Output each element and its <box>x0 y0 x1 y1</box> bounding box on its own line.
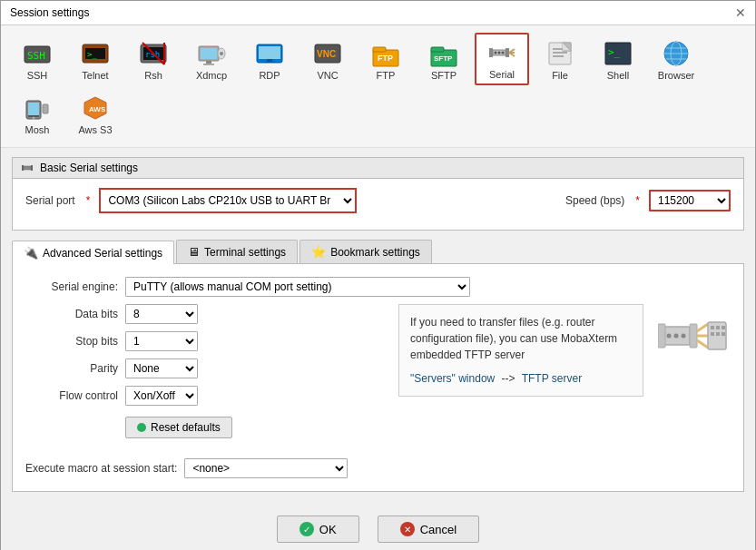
svg-rect-40 <box>553 52 567 54</box>
close-button[interactable]: ✕ <box>735 6 746 19</box>
settings-tabs: 🔌 Advanced Serial settings 🖥 Terminal se… <box>12 240 744 264</box>
svg-rect-29 <box>489 48 493 57</box>
session-icon-shell[interactable]: >_ Shell <box>591 34 645 85</box>
rdp-icon <box>255 39 284 68</box>
adv-right <box>658 304 731 368</box>
main-content: Basic Serial settings Serial port * COM3… <box>1 148 755 501</box>
flowcontrol-select[interactable]: Xon/Xoff <box>125 386 198 406</box>
session-icon-xdmcp[interactable]: Xdmcp <box>184 34 239 85</box>
svg-point-15 <box>220 52 223 55</box>
svg-rect-11 <box>201 48 217 59</box>
tab-terminal-settings[interactable]: 🖥 Terminal settings <box>176 240 298 263</box>
session-icon-file[interactable]: File <box>533 34 587 85</box>
macro-select[interactable]: <none> <box>184 458 348 478</box>
title-bar: Session settings ✕ <box>1 1 755 25</box>
macro-row: Execute macro at session start: <none> <box>25 458 731 478</box>
session-icon-awss3[interactable]: AWS Aws S3 <box>68 89 123 140</box>
session-icon-browser[interactable]: Browser <box>649 34 703 85</box>
rsh-label: Rsh <box>144 70 162 81</box>
file-label: File <box>552 70 568 81</box>
svg-text:SSH: SSH <box>27 50 45 62</box>
session-icon-serial[interactable]: Serial <box>475 33 529 85</box>
tab-advanced-icon: 🔌 <box>24 246 38 260</box>
svg-point-64 <box>674 334 679 339</box>
telnet-label: Telnet <box>82 70 108 81</box>
session-icon-mosh[interactable]: Mosh <box>10 89 64 140</box>
tab-bookmark-label: Bookmark settings <box>330 246 420 259</box>
reset-dot <box>137 423 146 432</box>
session-icon-sftp[interactable]: SFTP SFTP <box>417 34 471 85</box>
svg-rect-18 <box>267 59 272 62</box>
parity-select[interactable]: None <box>125 358 198 378</box>
serial-label: Serial <box>489 69 515 80</box>
svg-rect-19 <box>264 62 275 63</box>
vnc-label: VNC <box>317 70 338 81</box>
flowcontrol-row: Flow control Xon/Xoff <box>25 386 384 406</box>
advanced-serial-panel: Serial engine: PuTTY (allows manual COM … <box>12 264 744 492</box>
svg-point-65 <box>682 334 686 339</box>
svg-rect-54 <box>43 104 48 113</box>
svg-point-53 <box>33 117 35 120</box>
svg-rect-51 <box>28 103 39 115</box>
session-icon-ssh[interactable]: SSH SSH <box>10 34 64 85</box>
tab-terminal-icon: 🖥 <box>188 245 200 259</box>
tab-bookmark-settings[interactable]: ⭐ Bookmark settings <box>299 240 432 263</box>
info-links: "Servers" window --> TFTP server <box>410 370 632 387</box>
ok-icon: ✓ <box>299 522 314 536</box>
serial-port-wrapper: COM3 (Silicon Labs CP210x USB to UART Br <box>99 188 357 213</box>
mosh-label: Mosh <box>25 124 50 135</box>
svg-text:AWS: AWS <box>89 105 106 113</box>
macro-label: Execute macro at session start: <box>25 462 177 475</box>
ftp-icon: FTP <box>371 39 400 68</box>
session-icon-rsh[interactable]: rsh Rsh <box>126 34 181 85</box>
svg-text:SFTP: SFTP <box>434 54 453 63</box>
basic-serial-body: Serial port * COM3 (Silicon Labs CP210x … <box>13 179 743 230</box>
engine-row: Serial engine: PuTTY (allows manual COM … <box>25 277 731 297</box>
speed-select[interactable]: 115200 <box>649 190 731 211</box>
info-arrow: --> <box>502 372 515 385</box>
session-icon-telnet[interactable]: >_ Telnet <box>68 34 123 85</box>
svg-rect-62 <box>690 324 697 348</box>
svg-point-34 <box>495 52 497 54</box>
cancel-button[interactable]: ✕ Cancel <box>378 516 479 543</box>
parity-row: Parity None <box>25 358 384 378</box>
session-type-icons: SSH SSH >_ Telnet rsh <box>1 25 755 148</box>
serial-port-select[interactable]: COM3 (Silicon Labs CP210x USB to UART Br <box>101 190 355 211</box>
tab-terminal-label: Terminal settings <box>204 246 286 259</box>
databits-row: Data bits 8 <box>25 304 384 324</box>
speed-label: Speed (bps) <box>565 194 624 207</box>
telnet-icon: >_ <box>81 39 110 68</box>
session-icon-ftp[interactable]: FTP FTP <box>358 34 413 85</box>
svg-rect-74 <box>716 332 720 336</box>
session-icon-vnc[interactable]: VNC VNC <box>300 34 355 85</box>
engine-select[interactable]: PuTTY (allows manual COM port setting) <box>125 277 470 297</box>
flowcontrol-label: Flow control <box>25 389 125 402</box>
tftp-server-link[interactable]: TFTP server <box>522 372 582 385</box>
sftp-label: SFTP <box>431 70 457 81</box>
browser-icon <box>662 39 691 68</box>
serial-port-required: * <box>86 194 91 207</box>
svg-rect-26 <box>431 47 444 52</box>
svg-rect-12 <box>206 61 211 64</box>
reset-defaults-button[interactable]: Reset defaults <box>125 417 232 438</box>
stopbits-select[interactable]: 1 <box>125 331 198 351</box>
svg-rect-30 <box>506 48 509 57</box>
databits-select[interactable]: 8 <box>125 304 198 324</box>
parity-label: Parity <box>25 362 125 375</box>
svg-text:>_: >_ <box>608 46 621 58</box>
servers-window-link[interactable]: "Servers" window <box>410 372 495 385</box>
speed-required: * <box>635 194 640 207</box>
stopbits-label: Stop bits <box>25 335 125 348</box>
cancel-label: Cancel <box>420 523 457 536</box>
tab-advanced-serial[interactable]: 🔌 Advanced Serial settings <box>12 241 174 264</box>
svg-text:>_: >_ <box>87 50 97 59</box>
ok-label: OK <box>319 523 337 536</box>
session-icon-rdp[interactable]: RDP <box>242 34 297 85</box>
reset-label: Reset defaults <box>151 421 221 434</box>
ok-button[interactable]: ✓ OK <box>277 516 359 543</box>
awss3-label: Aws S3 <box>78 124 112 135</box>
svg-rect-17 <box>259 46 280 59</box>
reset-row: Reset defaults <box>25 413 384 438</box>
bottom-buttons: ✓ OK ✕ Cancel <box>1 501 755 550</box>
file-icon <box>545 39 574 68</box>
